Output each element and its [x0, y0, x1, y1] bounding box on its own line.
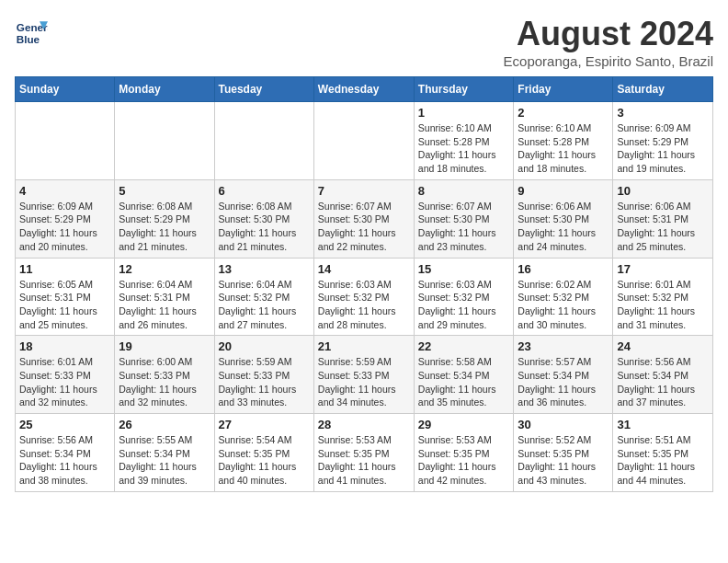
- day-number: 9: [518, 184, 609, 198]
- day-info: Sunrise: 5:53 AM Sunset: 5:35 PM Dayligh…: [418, 433, 510, 488]
- calendar-week-row: 25Sunrise: 5:56 AM Sunset: 5:34 PM Dayli…: [16, 414, 713, 492]
- day-number: 8: [418, 184, 510, 198]
- calendar-cell: [115, 102, 214, 180]
- day-number: 18: [19, 339, 110, 353]
- calendar-cell: 5Sunrise: 6:08 AM Sunset: 5:29 PM Daylig…: [115, 179, 214, 258]
- day-number: 17: [617, 262, 709, 276]
- day-info: Sunrise: 6:10 AM Sunset: 5:28 PM Dayligh…: [518, 121, 609, 176]
- calendar-cell: [313, 102, 414, 180]
- day-info: Sunrise: 5:52 AM Sunset: 5:35 PM Dayligh…: [518, 433, 609, 488]
- day-number: 25: [19, 418, 110, 431]
- calendar-cell: [214, 102, 313, 180]
- day-number: 30: [518, 418, 609, 431]
- day-number: 29: [418, 418, 510, 431]
- day-number: 6: [219, 184, 310, 198]
- day-info: Sunrise: 6:01 AM Sunset: 5:33 PM Dayligh…: [19, 355, 110, 409]
- weekday-header: Monday: [115, 77, 214, 102]
- day-info: Sunrise: 5:56 AM Sunset: 5:34 PM Dayligh…: [19, 433, 110, 488]
- calendar-cell: 14Sunrise: 6:03 AM Sunset: 5:32 PM Dayli…: [313, 258, 414, 336]
- location: Ecoporanga, Espirito Santo, Brazil: [504, 53, 713, 69]
- calendar-cell: 30Sunrise: 5:52 AM Sunset: 5:35 PM Dayli…: [514, 414, 613, 492]
- title-block: August 2024 Ecoporanga, Espirito Santo, …: [504, 15, 713, 69]
- calendar-cell: 17Sunrise: 6:01 AM Sunset: 5:32 PM Dayli…: [613, 258, 713, 336]
- calendar-cell: 23Sunrise: 5:57 AM Sunset: 5:34 PM Dayli…: [514, 336, 613, 414]
- day-info: Sunrise: 6:03 AM Sunset: 5:32 PM Dayligh…: [418, 278, 510, 332]
- day-info: Sunrise: 5:55 AM Sunset: 5:34 PM Dayligh…: [119, 433, 210, 488]
- calendar-week-row: 18Sunrise: 6:01 AM Sunset: 5:33 PM Dayli…: [16, 336, 713, 414]
- calendar-table: SundayMondayTuesdayWednesdayThursdayFrid…: [15, 76, 713, 492]
- calendar-cell: 10Sunrise: 6:06 AM Sunset: 5:31 PM Dayli…: [613, 179, 713, 258]
- calendar-cell: 27Sunrise: 5:54 AM Sunset: 5:35 PM Dayli…: [214, 414, 313, 492]
- calendar-cell: 8Sunrise: 6:07 AM Sunset: 5:30 PM Daylig…: [414, 179, 514, 258]
- day-number: 11: [19, 262, 110, 276]
- calendar-cell: 11Sunrise: 6:05 AM Sunset: 5:31 PM Dayli…: [16, 258, 115, 336]
- day-info: Sunrise: 6:04 AM Sunset: 5:31 PM Dayligh…: [119, 278, 210, 332]
- weekday-header: Tuesday: [214, 77, 313, 102]
- calendar-cell: 6Sunrise: 6:08 AM Sunset: 5:30 PM Daylig…: [214, 179, 313, 258]
- calendar-cell: 3Sunrise: 6:09 AM Sunset: 5:29 PM Daylig…: [613, 102, 713, 180]
- day-info: Sunrise: 5:59 AM Sunset: 5:33 PM Dayligh…: [318, 355, 410, 409]
- day-number: 1: [418, 106, 510, 120]
- calendar-cell: 31Sunrise: 5:51 AM Sunset: 5:35 PM Dayli…: [613, 414, 713, 492]
- calendar-cell: 28Sunrise: 5:53 AM Sunset: 5:35 PM Dayli…: [313, 414, 414, 492]
- day-info: Sunrise: 6:00 AM Sunset: 5:33 PM Dayligh…: [119, 355, 210, 409]
- calendar-cell: 13Sunrise: 6:04 AM Sunset: 5:32 PM Dayli…: [214, 258, 313, 336]
- calendar-cell: 29Sunrise: 5:53 AM Sunset: 5:35 PM Dayli…: [414, 414, 514, 492]
- day-number: 21: [318, 339, 410, 353]
- day-number: 19: [119, 339, 210, 353]
- calendar-cell: 1Sunrise: 6:10 AM Sunset: 5:28 PM Daylig…: [414, 102, 514, 180]
- weekday-header: Thursday: [414, 77, 514, 102]
- day-number: 10: [617, 184, 709, 198]
- calendar-cell: 20Sunrise: 5:59 AM Sunset: 5:33 PM Dayli…: [214, 336, 313, 414]
- day-info: Sunrise: 5:58 AM Sunset: 5:34 PM Dayligh…: [418, 355, 510, 409]
- day-info: Sunrise: 5:56 AM Sunset: 5:34 PM Dayligh…: [617, 355, 709, 409]
- day-number: 7: [318, 184, 410, 198]
- calendar-cell: [16, 102, 115, 180]
- day-info: Sunrise: 5:51 AM Sunset: 5:35 PM Dayligh…: [617, 433, 709, 488]
- day-number: 27: [219, 418, 310, 431]
- day-info: Sunrise: 6:10 AM Sunset: 5:28 PM Dayligh…: [418, 121, 510, 176]
- day-info: Sunrise: 6:09 AM Sunset: 5:29 PM Dayligh…: [19, 200, 110, 254]
- day-info: Sunrise: 6:06 AM Sunset: 5:30 PM Dayligh…: [518, 200, 609, 254]
- calendar-cell: 12Sunrise: 6:04 AM Sunset: 5:31 PM Dayli…: [115, 258, 214, 336]
- calendar-cell: 4Sunrise: 6:09 AM Sunset: 5:29 PM Daylig…: [16, 179, 115, 258]
- day-info: Sunrise: 6:04 AM Sunset: 5:32 PM Dayligh…: [219, 278, 310, 332]
- page-header: General Blue August 2024 Ecoporanga, Esp…: [15, 15, 713, 69]
- day-number: 31: [617, 418, 709, 431]
- day-info: Sunrise: 6:09 AM Sunset: 5:29 PM Dayligh…: [617, 121, 709, 176]
- calendar-cell: 22Sunrise: 5:58 AM Sunset: 5:34 PM Dayli…: [414, 336, 514, 414]
- day-number: 16: [518, 262, 609, 276]
- day-info: Sunrise: 6:06 AM Sunset: 5:31 PM Dayligh…: [617, 200, 709, 254]
- day-info: Sunrise: 5:59 AM Sunset: 5:33 PM Dayligh…: [219, 355, 310, 409]
- day-number: 13: [219, 262, 310, 276]
- calendar-cell: 26Sunrise: 5:55 AM Sunset: 5:34 PM Dayli…: [115, 414, 214, 492]
- calendar-cell: 9Sunrise: 6:06 AM Sunset: 5:30 PM Daylig…: [514, 179, 613, 258]
- calendar-cell: 2Sunrise: 6:10 AM Sunset: 5:28 PM Daylig…: [514, 102, 613, 180]
- day-number: 3: [617, 106, 709, 120]
- calendar-header-row: SundayMondayTuesdayWednesdayThursdayFrid…: [16, 77, 713, 102]
- weekday-header: Sunday: [16, 77, 115, 102]
- calendar-week-row: 1Sunrise: 6:10 AM Sunset: 5:28 PM Daylig…: [16, 102, 713, 180]
- calendar-week-row: 11Sunrise: 6:05 AM Sunset: 5:31 PM Dayli…: [16, 258, 713, 336]
- day-number: 26: [119, 418, 210, 431]
- calendar-cell: 24Sunrise: 5:56 AM Sunset: 5:34 PM Dayli…: [613, 336, 713, 414]
- weekday-header: Friday: [514, 77, 613, 102]
- calendar-cell: 25Sunrise: 5:56 AM Sunset: 5:34 PM Dayli…: [16, 414, 115, 492]
- month-title: August 2024: [504, 15, 713, 53]
- day-number: 14: [318, 262, 410, 276]
- day-number: 15: [418, 262, 510, 276]
- day-info: Sunrise: 5:54 AM Sunset: 5:35 PM Dayligh…: [219, 433, 310, 488]
- day-info: Sunrise: 5:53 AM Sunset: 5:35 PM Dayligh…: [318, 433, 410, 488]
- day-info: Sunrise: 5:57 AM Sunset: 5:34 PM Dayligh…: [518, 355, 609, 409]
- day-info: Sunrise: 6:05 AM Sunset: 5:31 PM Dayligh…: [19, 278, 110, 332]
- calendar-cell: 15Sunrise: 6:03 AM Sunset: 5:32 PM Dayli…: [414, 258, 514, 336]
- calendar-cell: 16Sunrise: 6:02 AM Sunset: 5:32 PM Dayli…: [514, 258, 613, 336]
- weekday-header: Wednesday: [313, 77, 414, 102]
- day-info: Sunrise: 6:03 AM Sunset: 5:32 PM Dayligh…: [318, 278, 410, 332]
- day-number: 24: [617, 339, 709, 353]
- day-number: 28: [318, 418, 410, 431]
- day-info: Sunrise: 6:08 AM Sunset: 5:29 PM Dayligh…: [119, 200, 210, 254]
- day-number: 12: [119, 262, 210, 276]
- day-number: 23: [518, 339, 609, 353]
- day-number: 5: [119, 184, 210, 198]
